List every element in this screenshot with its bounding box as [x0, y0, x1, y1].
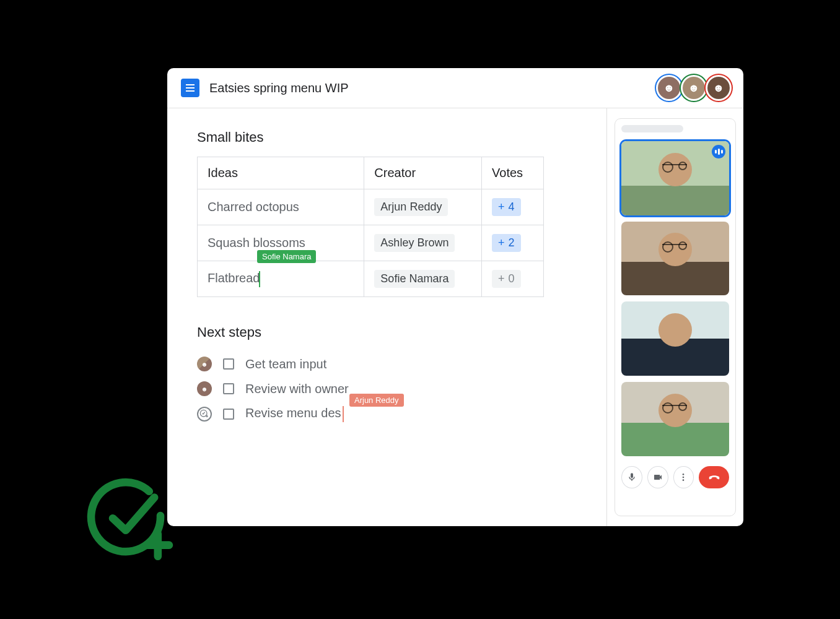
vote-count: 2	[509, 236, 515, 249]
creator-chip[interactable]: Arjun Reddy	[374, 198, 448, 216]
task-checkbox[interactable]	[223, 383, 234, 394]
document-body[interactable]: Small bites Ideas Creator Votes Charred …	[167, 108, 607, 526]
checkmark-plus-icon	[87, 477, 173, 563]
more-options-button[interactable]	[673, 466, 694, 488]
plus-icon: +	[498, 236, 505, 249]
collaborator-avatar[interactable]: ☻	[707, 77, 730, 99]
participant-tile[interactable]	[621, 222, 729, 296]
section-heading-next-steps: Next steps	[197, 324, 594, 340]
collaborator-avatars: ☻ ☻ ☻	[658, 77, 730, 99]
meet-card	[615, 118, 736, 516]
participant-tile[interactable]	[621, 301, 729, 376]
mic-button[interactable]	[621, 466, 642, 488]
creator-chip[interactable]: Ashley Brown	[374, 234, 455, 252]
vote-count: 0	[509, 272, 515, 285]
document-title[interactable]: Eatsies spring menu WIP	[209, 81, 648, 95]
table-row[interactable]: Flatbread Sofie Namara Sofie Namara + 0	[198, 261, 544, 297]
column-header-ideas: Ideas	[198, 157, 364, 189]
vote-count: 4	[509, 201, 515, 214]
assignee-avatar-group[interactable]: ☻	[197, 357, 212, 371]
cursor-user-tag: Arjun Reddy	[349, 394, 404, 407]
vote-chip[interactable]: + 2	[492, 234, 521, 252]
votes-cell: + 0	[482, 261, 544, 297]
vote-chip[interactable]: + 4	[492, 198, 521, 216]
meet-title-placeholder	[621, 125, 683, 132]
collaborator-avatar[interactable]: ☻	[683, 77, 705, 99]
main-area: Small bites Ideas Creator Votes Charred …	[167, 108, 743, 526]
docs-app-icon	[181, 79, 199, 97]
speaking-indicator-icon	[712, 145, 725, 158]
plus-icon: +	[498, 201, 505, 214]
cursor-user-tag: Sofie Namara	[257, 250, 316, 263]
creator-cell: Arjun Reddy	[364, 189, 482, 225]
column-header-votes: Votes	[482, 157, 544, 189]
task-text[interactable]: Review with owner	[245, 382, 349, 396]
task-text[interactable]: Revise menu des Arjun Reddy	[245, 406, 344, 422]
hangup-button[interactable]	[699, 466, 729, 488]
creator-chip[interactable]: Sofie Namara	[374, 270, 455, 288]
svg-point-3	[683, 479, 685, 481]
idea-text: Flatbread	[208, 271, 260, 285]
task-checkbox[interactable]	[223, 409, 234, 420]
participant-tile[interactable]	[621, 382, 729, 456]
table-row[interactable]: Charred octopus Arjun Reddy + 4	[198, 189, 544, 225]
assign-task-icon[interactable]	[197, 407, 212, 422]
ideas-table[interactable]: Ideas Creator Votes Charred octopus Arju…	[197, 157, 544, 297]
app-window: Eatsies spring menu WIP ☻ ☻ ☻ Small bite…	[167, 68, 743, 526]
plus-icon: +	[498, 272, 505, 285]
task-item[interactable]: ☻ Get team input	[197, 352, 594, 376]
table-row[interactable]: Squash blossoms Ashley Brown + 2	[198, 225, 544, 261]
idea-cell[interactable]: Flatbread Sofie Namara	[198, 261, 364, 297]
idea-cell[interactable]: Charred octopus	[198, 189, 364, 225]
meet-sidebar	[607, 108, 743, 526]
votes-cell: + 4	[482, 189, 544, 225]
vote-chip[interactable]: + 0	[492, 270, 521, 288]
creator-cell: Sofie Namara	[364, 261, 482, 297]
collaborator-cursor	[259, 271, 260, 287]
participant-tile[interactable]	[621, 141, 729, 215]
task-text-content: Revise menu des	[245, 406, 341, 420]
svg-point-1	[683, 474, 685, 475]
collaborator-cursor	[343, 406, 344, 422]
assignee-avatar[interactable]: ☻	[197, 381, 212, 396]
votes-cell: + 2	[482, 225, 544, 261]
column-header-creator: Creator	[364, 157, 482, 189]
task-item[interactable]: Revise menu des Arjun Reddy	[197, 401, 594, 427]
collaborator-avatar[interactable]: ☻	[658, 77, 680, 99]
creator-cell: Ashley Brown	[364, 225, 482, 261]
svg-point-2	[683, 476, 685, 478]
section-heading-small-bites: Small bites	[197, 129, 594, 145]
camera-button[interactable]	[647, 466, 668, 488]
next-steps-list: ☻ Get team input ☻ Review with owner	[197, 352, 594, 427]
meet-controls	[621, 462, 729, 488]
task-text[interactable]: Get team input	[245, 357, 326, 371]
titlebar: Eatsies spring menu WIP ☻ ☻ ☻	[167, 68, 743, 108]
task-checkbox[interactable]	[223, 358, 234, 370]
